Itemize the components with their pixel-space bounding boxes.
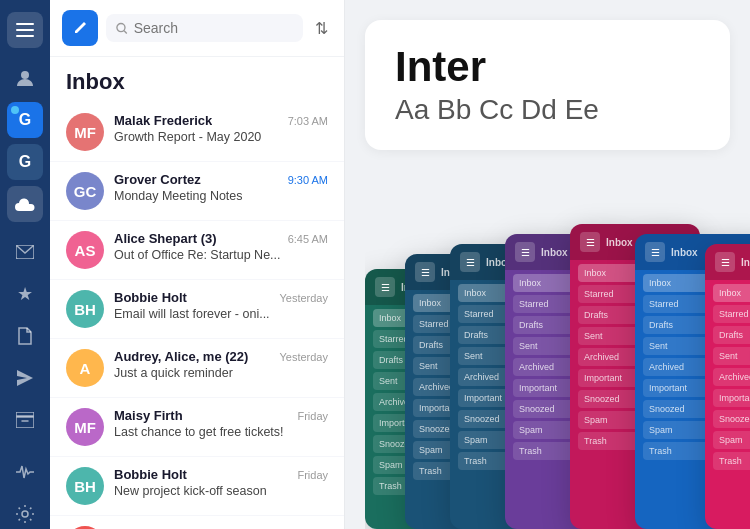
settings-icon[interactable] (7, 496, 43, 529)
email-time: Friday (297, 410, 328, 422)
filter-icon[interactable]: ⇅ (311, 15, 332, 42)
svg-point-3 (21, 71, 29, 79)
avatar: AS (66, 231, 104, 269)
search-input[interactable] (134, 20, 293, 36)
panel-menu-icon: ☰ (645, 242, 665, 262)
file-icon[interactable] (7, 318, 43, 354)
g-avatar-blue[interactable]: G (7, 102, 43, 138)
theme-panels: ☰ Inbox InboxStarredDraftsSentArchivedIm… (365, 162, 750, 529)
email-header: Bobbie Holt Yesterday (114, 290, 328, 305)
email-subject: Growth Report - May 2020 (114, 130, 328, 144)
email-time: 9:30 AM (288, 174, 328, 186)
email-subject: Just a quick reminder (114, 366, 328, 380)
send-icon[interactable] (7, 360, 43, 396)
panel-menu-icon: ☰ (375, 277, 395, 297)
email-content: Grover Cortez 9:30 AM Monday Meeting Not… (114, 172, 328, 203)
email-header: Bobbie Holt Friday (114, 467, 328, 482)
email-sender: Bobbie Holt (114, 467, 187, 482)
avatar: BH (66, 467, 104, 505)
avatar: MF (66, 408, 104, 446)
email-subject: Out of Office Re: Startup Ne... (114, 248, 328, 262)
email-header: Alice Shepart (3) 6:45 AM (114, 231, 328, 246)
avatar: GC (66, 172, 104, 210)
panel-menu-icon: ☰ (460, 252, 480, 272)
email-sender: Malak Frederick (114, 113, 212, 128)
email-subject: Monday Meeting Notes (114, 189, 328, 203)
email-sender: Alice Shepart (3) (114, 231, 217, 246)
svg-rect-6 (16, 417, 34, 428)
email-item[interactable]: BH Bobbie Holt Friday New project kick-o… (50, 457, 344, 516)
menu-icon[interactable] (7, 12, 43, 48)
email-item[interactable]: DM Dennis M. Thursday Business trip to L… (50, 516, 344, 529)
email-list: MF Malak Frederick 7:03 AM Growth Report… (50, 103, 344, 529)
star-icon[interactable]: ★ (7, 276, 43, 312)
email-sender: Audrey, Alice, me (22) (114, 349, 248, 364)
email-item[interactable]: MF Maisy Firth Friday Last chance to get… (50, 398, 344, 457)
email-time: Friday (297, 469, 328, 481)
email-content: Alice Shepart (3) 6:45 AM Out of Office … (114, 231, 328, 262)
panel-menu-icon: ☰ (580, 232, 600, 252)
email-header: Malak Frederick 7:03 AM (114, 113, 328, 128)
mini-list-item: Drafts (713, 326, 750, 344)
mail-icon[interactable] (7, 234, 43, 270)
email-time: Yesterday (279, 292, 328, 304)
theme-panel: ☰ Inbox InboxStarredDraftsSentArchivedIm… (705, 244, 750, 529)
email-header: Audrey, Alice, me (22) Yesterday (114, 349, 328, 364)
email-content: Audrey, Alice, me (22) Yesterday Just a … (114, 349, 328, 380)
g-avatar-dark[interactable]: G (7, 144, 43, 180)
panel-menu-icon: ☰ (415, 262, 435, 282)
font-name: Inter (395, 44, 700, 90)
email-sender: Maisy Firth (114, 408, 183, 423)
email-subject: New project kick-off season (114, 484, 328, 498)
mini-list-item: Sent (713, 347, 750, 365)
font-sample: Aa Bb Cc Dd Ee (395, 94, 700, 126)
panel-menu-icon: ☰ (715, 252, 735, 272)
svg-point-7 (22, 511, 28, 517)
mini-list-item: Trash (713, 452, 750, 470)
search-box[interactable] (106, 14, 303, 42)
mini-list-item: Spam (713, 431, 750, 449)
email-item[interactable]: AS Alice Shepart (3) 6:45 AM Out of Offi… (50, 221, 344, 280)
email-content: Bobbie Holt Friday New project kick-off … (114, 467, 328, 498)
compose-button[interactable] (62, 10, 98, 46)
email-sender: Bobbie Holt (114, 290, 187, 305)
inbox-heading: Inbox (50, 57, 344, 103)
svg-rect-5 (16, 412, 34, 416)
email-header: Maisy Firth Friday (114, 408, 328, 423)
svg-rect-2 (16, 35, 34, 37)
email-content: Bobbie Holt Yesterday Email will last fo… (114, 290, 328, 321)
email-item[interactable]: BH Bobbie Holt Yesterday Email will last… (50, 280, 344, 339)
email-sender: Grover Cortez (114, 172, 201, 187)
activity-icon[interactable] (7, 454, 43, 490)
mini-list-item: Snoozed (713, 410, 750, 428)
avatar: BH (66, 290, 104, 328)
panel-menu-icon: ☰ (515, 242, 535, 262)
svg-rect-0 (16, 23, 34, 25)
main-area: Inter Aa Bb Cc Dd Ee ☰ Inbox InboxStarre… (345, 0, 750, 529)
mini-list-item: Inbox (713, 284, 750, 302)
email-item[interactable]: GC Grover Cortez 9:30 AM Monday Meeting … (50, 162, 344, 221)
avatar: MF (66, 113, 104, 151)
email-time: 6:45 AM (288, 233, 328, 245)
profile-icon[interactable] (7, 60, 43, 96)
email-content: Maisy Firth Friday Last chance to get fr… (114, 408, 328, 439)
email-item[interactable]: MF Malak Frederick 7:03 AM Growth Report… (50, 103, 344, 162)
mini-list-item: Important (713, 389, 750, 407)
svg-point-8 (117, 23, 125, 31)
email-header: Grover Cortez 9:30 AM (114, 172, 328, 187)
sidebar-toolbar: ⇅ (50, 0, 344, 57)
svg-rect-1 (16, 29, 34, 31)
mini-list-item: Starred (713, 305, 750, 323)
email-time: 7:03 AM (288, 115, 328, 127)
font-preview-card: Inter Aa Bb Cc Dd Ee (365, 20, 730, 150)
email-sidebar: ⇅ Inbox MF Malak Frederick 7:03 AM Growt… (50, 0, 345, 529)
archive-icon[interactable] (7, 402, 43, 438)
mini-list-item: Archived (713, 368, 750, 386)
email-subject: Last chance to get free tickets! (114, 425, 328, 439)
email-subject: Email will last forever - oni... (114, 307, 328, 321)
email-content: Malak Frederick 7:03 AM Growth Report - … (114, 113, 328, 144)
cloud-icon[interactable] (7, 186, 43, 222)
email-item[interactable]: A Audrey, Alice, me (22) Yesterday Just … (50, 339, 344, 398)
avatar: A (66, 349, 104, 387)
email-time: Yesterday (279, 351, 328, 363)
